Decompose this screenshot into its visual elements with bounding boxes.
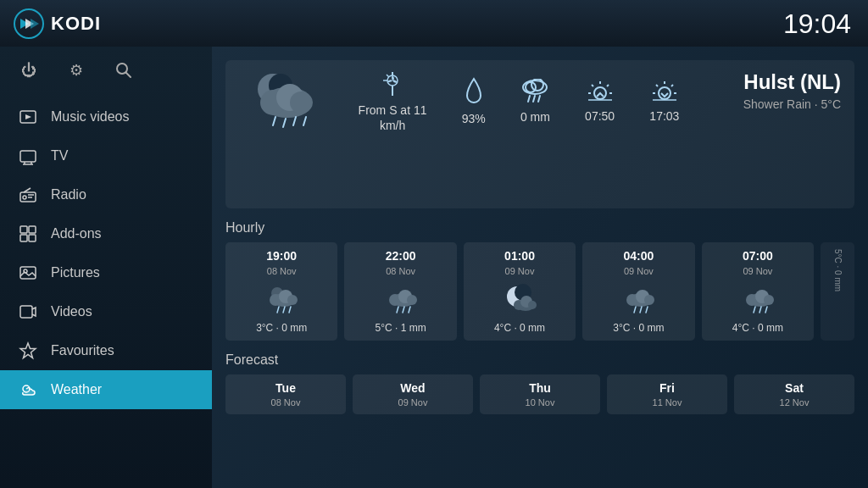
sidebar-top-controls: ⏻ ⚙ [0,47,212,94]
sidebar-item-tv[interactable]: TV [0,136,212,175]
svg-point-42 [526,82,536,92]
hourly-date-0: 08 Nov [267,266,297,276]
hourly-card-1[interactable]: 22:00 08 Nov 5°C · 1 mm [344,242,456,341]
sidebar-item-weather[interactable]: Weather [0,370,212,409]
hourly-card-4[interactable]: 07:00 09 Nov 4°C · 0 mm [702,242,814,341]
hourly-temp-4: 4°C · 0 mm [732,322,783,334]
wind-stat: From S at 11km/h [359,70,427,133]
forecast-day-4: Sat [785,381,804,395]
kodi-wordmark: KODI [51,13,101,35]
wind-icon [379,70,406,97]
tv-label: TV [51,148,68,164]
svg-line-95 [765,307,767,313]
hourly-card-5[interactable]: 5°C · 0 mm [821,242,854,341]
svg-marker-3 [31,19,39,29]
svg-line-68 [289,307,291,313]
forecast-date-0: 08 Nov [271,397,301,408]
svg-line-46 [538,96,540,102]
svg-rect-19 [20,235,27,241]
sidebar-item-addons[interactable]: Add-ons [0,214,212,253]
svg-line-74 [403,307,404,313]
pictures-label: Pictures [51,265,100,280]
rain-value: 0 mm [520,109,550,125]
radio-label: Radio [51,187,86,202]
forecast-card-1[interactable]: Wed 09 Nov [353,374,473,414]
svg-point-72 [407,295,417,305]
forecast-date-2: 10 Nov [526,397,555,408]
forecast-day-2: Thu [529,381,551,395]
svg-point-65 [287,295,298,305]
svg-line-57 [671,85,673,86]
hourly-date-1: 08 Nov [386,266,415,276]
svg-point-85 [644,295,654,305]
svg-line-86 [634,307,636,313]
sidebar-item-radio[interactable]: Radio [0,175,212,214]
shower-rain-icon [243,70,328,138]
rain-icon [520,79,549,104]
kodi-icon [14,8,44,39]
weather-label: Weather [51,382,102,397]
svg-rect-23 [20,306,32,318]
hourly-icon-0 [262,283,301,315]
sunrise-stat: 07:50 [585,80,615,124]
forecast-card-0[interactable]: Tue 08 Nov [225,374,346,414]
svg-rect-21 [20,267,36,279]
main-content: From S at 11km/h 93% 0 mm [212,47,868,488]
current-weather-panel: From S at 11km/h 93% 0 mm [225,60,854,208]
sunset-value: 17:03 [649,108,679,124]
addons-icon [17,223,39,245]
favourites-icon [17,340,39,362]
svg-line-45 [533,96,535,102]
sunset-icon [650,80,679,103]
search-button[interactable] [112,58,136,82]
sidebar-item-favourites[interactable]: Favourites [0,331,212,370]
hourly-temp-5: 5°C · 0 mm [833,249,843,291]
forecast-date-4: 12 Nov [780,397,810,408]
sidebar-item-music-videos[interactable]: Music videos [0,97,212,136]
forecast-card-4[interactable]: Sat 12 Nov [734,374,854,414]
power-button[interactable]: ⏻ [17,58,41,82]
svg-marker-24 [20,343,36,358]
hourly-date-3: 09 Nov [624,266,654,276]
svg-rect-20 [29,235,36,241]
hourly-card-0[interactable]: 19:00 08 Nov 3°C · 0 mm [225,242,337,341]
favourites-label: Favourites [51,343,114,358]
hourly-temp-3: 3°C · 0 mm [613,322,664,334]
svg-line-49 [592,85,593,86]
sunset-stat: 17:03 [649,80,679,124]
weather-icon [17,379,39,401]
humidity-stat: 93% [462,77,486,126]
svg-line-94 [760,307,761,313]
hourly-time-3: 04:00 [624,249,654,263]
hourly-card-2[interactable]: 01:00 09 Nov 4°C · 0 mm [464,242,576,341]
videos-icon [17,301,39,323]
forecast-card-3[interactable]: Fri 11 Nov [607,374,727,414]
svg-line-50 [607,85,609,86]
settings-button[interactable]: ⚙ [64,58,88,82]
svg-line-33 [283,119,286,127]
svg-line-44 [528,96,530,102]
forecast-cards: Tue 08 Nov Wed 09 Nov Thu 10 Nov Fri 11 … [225,374,854,414]
hourly-card-3[interactable]: 04:00 09 Nov 3°C · 0 mm [582,242,694,341]
hourly-time-4: 07:00 [743,249,773,263]
sidebar-item-videos[interactable]: Videos [0,292,212,331]
svg-point-31 [290,92,312,114]
forecast-section: Forecast Tue 08 Nov Wed 09 Nov Thu 10 No… [225,352,854,414]
hourly-cards: 19:00 08 Nov 3°C · 0 mm 22:00 08 Nov [225,242,854,341]
addons-label: Add-ons [51,226,102,241]
sidebar-item-pictures[interactable]: Pictures [0,253,212,292]
svg-line-88 [646,307,648,313]
svg-line-87 [640,307,642,313]
hourly-temp-0: 3°C · 0 mm [256,322,307,334]
forecast-card-2[interactable]: Thu 10 Nov [480,374,600,414]
hourly-date-2: 09 Nov [505,266,535,276]
music-videos-label: Music videos [51,109,129,125]
svg-marker-7 [25,114,31,119]
sunrise-value: 07:50 [585,108,615,124]
search-icon [115,62,132,79]
forecast-label: Forecast [225,352,854,368]
header: KODI 19:04 [0,0,868,47]
humidity-icon [462,77,486,106]
forecast-day-3: Fri [659,381,675,395]
hourly-time-2: 01:00 [504,249,535,263]
